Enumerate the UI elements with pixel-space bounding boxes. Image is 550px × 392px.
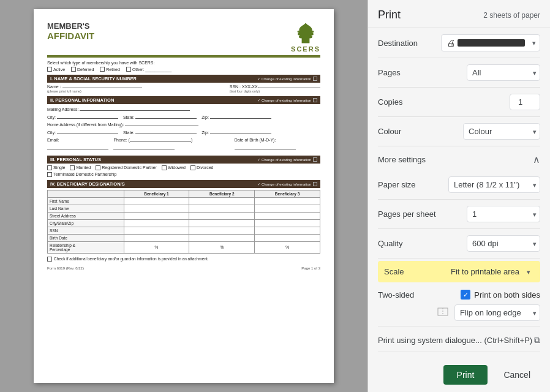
- bene-col-2: Beneficiary 2: [189, 190, 255, 197]
- active-option: Active: [47, 67, 65, 72]
- bene-col-1: Beneficiary 1: [124, 190, 189, 197]
- membership-prompt: Select which type of membership you have…: [47, 61, 320, 65]
- chevron-up-icon: ∧: [533, 154, 540, 165]
- pages-label: Pages: [378, 68, 433, 77]
- more-settings-content: Paper size Letter (8 1/2 x 11") A4 Legal…: [378, 170, 540, 329]
- quality-label: Quality: [378, 239, 433, 248]
- scale-row: Scale Fit to printable area Default Cust…: [378, 261, 540, 282]
- print-panel: Print 2 sheets of paper Destination 🖨 Pa…: [367, 0, 550, 392]
- section-name-ssn-title: I. NAME & SOCIAL SECURITY NUMBER: [50, 76, 137, 81]
- table-row: Street Address: [48, 212, 320, 219]
- pages-per-sheet-select[interactable]: 1 2 4: [467, 206, 540, 222]
- more-settings-toggle[interactable]: More settings ∧: [378, 146, 540, 170]
- system-dialogue-row[interactable]: Print using system dialogue... (Ctrl+Shi…: [378, 329, 540, 352]
- destination-row: Destination 🖨: [378, 28, 540, 58]
- scale-select[interactable]: Fit to printable area Default Custom: [448, 266, 534, 277]
- personal-status-options: Single Married Registered Domestic Partn…: [47, 165, 320, 170]
- two-sided-label: Two-sided: [378, 290, 433, 300]
- colour-select-wrapper[interactable]: Colour Black and white: [463, 123, 540, 140]
- ssn-field: SSN : XXX-XX- (last four digits only): [230, 85, 320, 93]
- doc-title-main: MEMBER'S: [47, 21, 94, 31]
- footer-left: Form 6019 (Rev. 8/22): [47, 266, 84, 270]
- table-row: First Name: [48, 197, 320, 205]
- other-option: Other: ___________: [126, 67, 171, 72]
- name-field: Name : (please print full name): [47, 85, 142, 93]
- membership-options: Active Deferred Retired Other: _________…: [47, 67, 320, 72]
- section-personal-info-header: II. PERSONAL INFORMATION ✓ Change of exi…: [47, 96, 320, 104]
- print-footer: Print Cancel: [368, 358, 550, 392]
- footer-right: Page 1 of 3: [301, 266, 320, 270]
- section-status-change-info: ✓ Change of existing information: [257, 157, 317, 162]
- quality-select[interactable]: 600 dpi 300 dpi: [467, 235, 540, 252]
- terminated-option: Terminated Domestic Partnership: [47, 172, 320, 177]
- paper-size-row: Paper size Letter (8 1/2 x 11") A4 Legal: [378, 170, 540, 200]
- deferred-option: Deferred: [71, 67, 94, 72]
- retired-option: Retired: [100, 67, 120, 72]
- pages-per-sheet-label: Pages per sheet: [378, 209, 436, 219]
- two-sided-row: Two-sided ✓ Print on both sides: [378, 285, 540, 302]
- name-ssn-row: Name : (please print full name) SSN : XX…: [47, 85, 320, 93]
- paper-size-label: Paper size: [378, 180, 433, 189]
- document-page: MEMBER'S AFFIDAVIT SCERS Select which ty…: [34, 9, 334, 383]
- flip-row: Flip on long edge Flip on short edge: [378, 302, 540, 326]
- pages-per-sheet-row: Pages per sheet 1 2 4: [378, 200, 540, 229]
- print-sheets-info: 2 sheets of paper: [483, 11, 540, 20]
- destination-control[interactable]: 🖨: [441, 34, 540, 51]
- pages-select[interactable]: All Custom: [467, 64, 540, 81]
- copies-input[interactable]: [510, 94, 540, 110]
- section-name-ssn-header: I. NAME & SOCIAL SECURITY NUMBER ✓ Chang…: [47, 75, 320, 83]
- attachment-note-text: Check if additional beneficiary and/or g…: [54, 257, 209, 261]
- paper-size-select-wrapper[interactable]: Letter (8 1/2 x 11") A4 Legal: [448, 176, 540, 193]
- section-personal-info-title: II. PERSONAL INFORMATION: [50, 97, 114, 103]
- two-sided-checkbox[interactable]: ✓: [461, 290, 470, 300]
- flip-select[interactable]: Flip on long edge Flip on short edge: [454, 304, 540, 321]
- document-preview: MEMBER'S AFFIDAVIT SCERS Select which ty…: [0, 0, 367, 392]
- bene-col-3: Beneficiary 3: [255, 190, 320, 197]
- print-header: Print 2 sheets of paper: [368, 0, 550, 28]
- more-settings-label: More settings: [378, 155, 426, 164]
- scale-select-wrapper[interactable]: Fit to printable area Default Custom: [448, 266, 534, 277]
- quality-row: Quality 600 dpi 300 dpi: [378, 229, 540, 258]
- print-title: Print: [378, 9, 401, 21]
- colour-row: Colour Colour Black and white: [378, 117, 540, 146]
- quality-select-wrapper[interactable]: 600 dpi 300 dpi: [467, 235, 540, 252]
- section-personal-change-info: ✓ Change of existing information: [257, 98, 317, 102]
- table-row: SSN: [48, 227, 320, 234]
- colour-select[interactable]: Colour Black and white: [463, 123, 540, 140]
- flip-select-wrapper[interactable]: Flip on long edge Flip on short edge: [454, 304, 540, 321]
- logo-text: SCERS: [291, 45, 320, 53]
- table-row: City/State/Zip: [48, 219, 320, 227]
- print-button[interactable]: Print: [443, 365, 488, 385]
- personal-info-fields: Mailing Address: City: State: Zip: Home …: [47, 106, 320, 153]
- doc-footer: Form 6019 (Rev. 8/22) Page 1 of 3: [47, 266, 320, 270]
- system-dialogue-text: Print using system dialogue... (Ctrl+Shi…: [378, 336, 532, 345]
- section-beneficiary-header: IV. BENEFICIARY DESIGNATION/S ✓ Change o…: [47, 180, 320, 188]
- flip-icon: [437, 307, 448, 318]
- pages-per-sheet-select-wrapper[interactable]: 1 2 4: [467, 206, 540, 222]
- attachment-note: Check if additional beneficiary and/or g…: [47, 257, 320, 262]
- beneficiary-table: Beneficiary 1 Beneficiary 2 Beneficiary …: [47, 190, 320, 254]
- pages-row: Pages All Custom: [378, 58, 540, 88]
- section-personal-status-title: III. PERSONAL STATUS: [50, 157, 101, 162]
- copies-row: Copies: [378, 88, 540, 117]
- printer-icon: 🖨: [446, 38, 455, 48]
- cancel-button[interactable]: Cancel: [494, 365, 540, 385]
- scale-label: Scale: [384, 267, 404, 276]
- two-sided-control[interactable]: ✓ Print on both sides: [461, 290, 540, 300]
- doc-title-sub: AFFIDAVIT: [47, 31, 94, 41]
- section-personal-status-header: III. PERSONAL STATUS ✓ Change of existin…: [47, 156, 320, 164]
- copies-label: Copies: [378, 97, 433, 107]
- table-row: Last Name: [48, 205, 320, 212]
- section-beneficiary-title: IV. BENEFICIARY DESIGNATION/S: [50, 181, 125, 187]
- doc-logo: SCERS: [291, 21, 320, 53]
- print-settings-section: Destination 🖨 Pages All Custom Copies Co…: [368, 28, 550, 352]
- green-divider: [47, 55, 320, 58]
- section-name-change-info: ✓ Change of existing information: [257, 77, 317, 81]
- membership-section: Select which type of membership you have…: [47, 61, 320, 72]
- pages-select-wrapper[interactable]: All Custom: [467, 64, 540, 81]
- paper-size-select[interactable]: Letter (8 1/2 x 11") A4 Legal: [448, 176, 540, 193]
- destination-label: Destination: [378, 39, 433, 48]
- colour-label: Colour: [378, 127, 433, 136]
- section-beneficiary-change-info: ✓ Change of existing information: [257, 182, 317, 186]
- table-row: Relationship &Percentage %%%: [48, 241, 320, 253]
